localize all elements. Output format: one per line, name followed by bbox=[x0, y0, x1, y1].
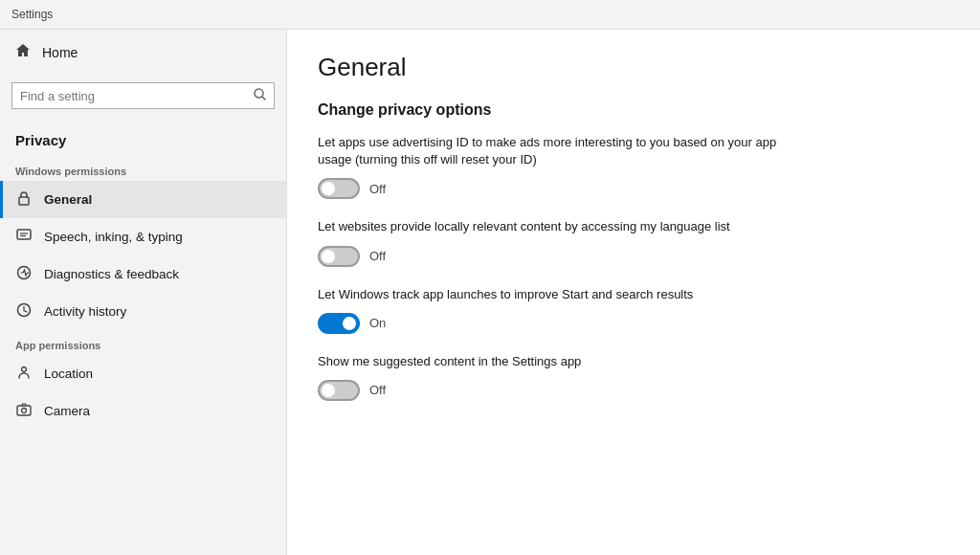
home-label: Home bbox=[42, 45, 78, 60]
section-title: Change privacy options bbox=[318, 101, 949, 119]
option-advertising-id-desc: Let apps use advertising ID to make ads … bbox=[318, 134, 777, 168]
option-language-list: Let websites provide locally relevant co… bbox=[318, 218, 949, 266]
option-suggested-content: Show me suggested content in the Setting… bbox=[318, 353, 949, 401]
sidebar-item-location[interactable]: Location bbox=[0, 355, 286, 392]
toggle-label-language: Off bbox=[369, 249, 386, 263]
toggle-thumb-advertising bbox=[322, 182, 335, 195]
toggle-thumb-suggested bbox=[322, 384, 335, 397]
sidebar-item-speech[interactable]: Speech, inking, & typing bbox=[0, 218, 286, 255]
toggle-thumb-language bbox=[322, 250, 335, 263]
option-app-launches-desc: Let Windows track app launches to improv… bbox=[318, 286, 777, 303]
toggle-track-advertising bbox=[318, 178, 360, 199]
toggle-row-advertising: Off bbox=[318, 178, 949, 199]
svg-point-8 bbox=[22, 367, 27, 372]
toggle-label-suggested: Off bbox=[369, 383, 386, 397]
svg-rect-9 bbox=[17, 406, 31, 415]
svg-rect-2 bbox=[19, 197, 29, 205]
sidebar-item-diagnostics[interactable]: Diagnostics & feedback bbox=[0, 255, 286, 293]
app-title: Settings bbox=[11, 8, 53, 21]
search-input[interactable] bbox=[20, 89, 254, 103]
toggle-track-language bbox=[318, 246, 360, 267]
toggle-row-language: Off bbox=[318, 246, 949, 267]
sidebar-item-diagnostics-label: Diagnostics & feedback bbox=[44, 267, 179, 281]
svg-point-10 bbox=[22, 409, 27, 413]
toggle-label-advertising: Off bbox=[369, 182, 386, 196]
option-advertising-id: Let apps use advertising ID to make ads … bbox=[318, 134, 949, 199]
toggle-track-app-launches bbox=[318, 313, 360, 334]
app-permissions-label: App permissions bbox=[0, 330, 286, 355]
location-icon bbox=[15, 365, 33, 383]
privacy-section-title: Privacy bbox=[0, 121, 286, 156]
home-icon bbox=[15, 43, 31, 61]
option-app-launches: Let Windows track app launches to improv… bbox=[318, 286, 949, 334]
sidebar-item-activity-label: Activity history bbox=[44, 304, 126, 319]
toggle-track-suggested bbox=[318, 380, 360, 401]
option-language-list-desc: Let websites provide locally relevant co… bbox=[318, 218, 777, 235]
toggle-advertising-id[interactable] bbox=[318, 178, 360, 199]
diag-icon bbox=[15, 265, 33, 283]
toggle-suggested-content[interactable] bbox=[318, 380, 360, 401]
svg-line-1 bbox=[262, 97, 266, 100]
toggle-row-app-launches: On bbox=[318, 313, 949, 334]
activity-icon bbox=[15, 302, 33, 321]
toggle-app-launches[interactable] bbox=[318, 313, 360, 334]
sidebar: Home Privacy Windows permissions bbox=[0, 30, 287, 555]
sidebar-item-general[interactable]: General bbox=[0, 181, 286, 218]
toggle-label-app-launches: On bbox=[369, 316, 386, 330]
windows-permissions-label: Windows permissions bbox=[0, 156, 286, 181]
lock-icon bbox=[15, 190, 33, 209]
sidebar-home[interactable]: Home bbox=[0, 30, 286, 75]
sidebar-item-location-label: Location bbox=[44, 366, 93, 381]
sidebar-item-camera-label: Camera bbox=[44, 404, 90, 418]
toggle-thumb-app-launches bbox=[343, 317, 356, 330]
option-suggested-content-desc: Show me suggested content in the Setting… bbox=[318, 353, 777, 370]
main-content: General Change privacy options Let apps … bbox=[287, 30, 980, 555]
svg-rect-3 bbox=[17, 230, 31, 239]
svg-point-0 bbox=[255, 89, 263, 98]
sidebar-item-general-label: General bbox=[44, 192, 92, 207]
search-box[interactable] bbox=[11, 82, 275, 109]
toggle-language-list[interactable] bbox=[318, 246, 360, 267]
search-icon bbox=[254, 88, 266, 103]
camera-icon bbox=[15, 402, 33, 420]
sidebar-item-camera[interactable]: Camera bbox=[0, 392, 286, 430]
sidebar-item-speech-label: Speech, inking, & typing bbox=[44, 230, 183, 244]
page-title: General bbox=[318, 53, 949, 82]
sidebar-item-activity[interactable]: Activity history bbox=[0, 293, 286, 330]
title-bar: Settings bbox=[0, 0, 980, 30]
speech-icon bbox=[15, 228, 33, 246]
toggle-row-suggested: Off bbox=[318, 380, 949, 401]
